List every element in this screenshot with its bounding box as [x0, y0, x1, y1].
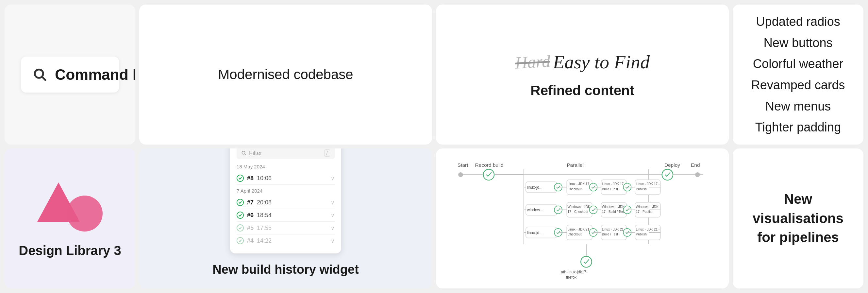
- chevron-down-icon: ∨: [331, 238, 335, 244]
- svg-text:Linux - JDK 21 -: Linux - JDK 21 -: [568, 228, 591, 231]
- feature-item-4: Revamped cards: [751, 75, 845, 96]
- svg-text:Build / Test: Build / Test: [602, 233, 618, 236]
- filter-search-icon: [241, 150, 246, 156]
- svg-text:Windows - JDK: Windows - JDK: [568, 205, 591, 209]
- chevron-down-icon: ∨: [331, 175, 335, 181]
- svg-text:ath-linux-jdk17-: ath-linux-jdk17-: [561, 270, 588, 274]
- build-row-left: #6 18:54: [237, 212, 272, 219]
- svg-text:Start: Start: [458, 162, 468, 168]
- easy-find-card: Hard Easy to Find Refined content: [436, 5, 729, 145]
- check-circle-faded: [237, 237, 244, 244]
- svg-text:End: End: [691, 162, 700, 168]
- filter-placeholder: Filter: [249, 150, 321, 157]
- svg-text:Linux - JDK 17 -: Linux - JDK 17 -: [602, 182, 626, 186]
- command-palette-label: Command Palette: [55, 66, 135, 83]
- svg-point-71: [695, 172, 700, 177]
- svg-line-1: [42, 77, 46, 81]
- svg-text:Checkout: Checkout: [568, 187, 582, 191]
- check-circle-faded: [237, 224, 244, 232]
- chevron-down-icon: ∨: [331, 200, 335, 206]
- search-icon: [33, 66, 47, 83]
- svg-text:17 - Checkout: 17 - Checkout: [568, 210, 588, 213]
- build-row-left: #4 14:22: [237, 237, 272, 244]
- visualisations-label: New visualisationsfor pipelines: [753, 191, 843, 245]
- filter-bar[interactable]: Filter /: [237, 148, 335, 159]
- modernised-card: Modernised codebase: [139, 5, 432, 145]
- chevron-down-icon: ∨: [331, 225, 335, 231]
- table-row[interactable]: #4 14:22 ∨: [237, 234, 335, 247]
- svg-point-66: [581, 256, 591, 267]
- svg-text:Linux - JDK 21 -: Linux - JDK 21 -: [602, 228, 626, 231]
- svg-point-11: [458, 172, 463, 177]
- build-number: #8: [247, 175, 254, 182]
- build-time-faded: 17:55: [257, 225, 272, 232]
- svg-point-2: [242, 151, 245, 154]
- svg-text:firefox: firefox: [566, 275, 577, 279]
- build-row-left: #8 10:06: [237, 175, 272, 182]
- svg-text:Windows - JDK: Windows - JDK: [602, 205, 625, 209]
- svg-text:Build / Test: Build / Test: [602, 187, 618, 191]
- strikethrough-text: Hard: [515, 51, 551, 72]
- svg-text:window...: window...: [526, 208, 543, 212]
- build-number: #6: [247, 212, 254, 219]
- easy-find-text: Easy to Find: [553, 51, 650, 73]
- svg-text:Windows - JDK: Windows - JDK: [636, 205, 659, 209]
- svg-text:Publish: Publish: [636, 187, 647, 191]
- feature-item-1: Updated radios: [751, 11, 845, 32]
- feature-item-2: New buttons: [751, 32, 845, 54]
- table-row[interactable]: #5 17:55 ∨: [237, 222, 335, 234]
- main-grid: Command Palette Modernised codebase Hard…: [0, 0, 868, 293]
- search-box[interactable]: Command Palette: [21, 57, 119, 92]
- svg-text:17 - Publish: 17 - Publish: [636, 210, 654, 213]
- svg-text:Record build: Record build: [475, 162, 504, 168]
- svg-point-12: [483, 169, 494, 180]
- build-history-label: New build history widget: [212, 263, 359, 277]
- svg-text:Parallel: Parallel: [567, 162, 584, 168]
- build-row-left: #7 20:08: [237, 199, 272, 206]
- chevron-down-icon: ∨: [331, 212, 335, 218]
- table-row[interactable]: #7 20:08 ∨: [237, 196, 335, 209]
- build-number-faded: #4: [247, 237, 254, 244]
- build-number-faded: #5: [247, 225, 254, 232]
- feature-item-6: Tighter padding: [751, 117, 845, 138]
- build-widget: Builds Filter /: [230, 148, 341, 254]
- svg-text:linux-jd...: linux-jd...: [527, 231, 542, 235]
- svg-text:linux-jd...: linux-jd...: [527, 185, 542, 190]
- design-library-icons: [37, 179, 103, 232]
- pipelines-card: Start Record build Parallel Deploy End: [436, 148, 729, 288]
- visualisations-card: New visualisationsfor pipelines: [733, 148, 863, 288]
- features-card: Updated radios New buttons Colorful weat…: [733, 5, 863, 145]
- build-history-card: Builds Filter /: [139, 148, 432, 288]
- svg-text:17 - Build / Test: 17 - Build / Test: [602, 210, 625, 213]
- svg-text:Publish: Publish: [636, 233, 647, 236]
- svg-text:Linux - JDK 17 -: Linux - JDK 17 -: [568, 182, 591, 186]
- handwritten-area: Hard Easy to Find: [515, 51, 650, 73]
- svg-text:Linux - JDK 21 -: Linux - JDK 21 -: [636, 228, 660, 231]
- design-library-label: Design Library 3: [19, 243, 121, 258]
- feature-item-3: Colorful weather: [751, 53, 845, 75]
- check-circle: [237, 199, 244, 206]
- modernised-title: Modernised codebase: [218, 67, 353, 82]
- build-time: 20:08: [257, 199, 272, 206]
- build-number: #7: [247, 199, 254, 206]
- command-palette-card: Command Palette: [5, 5, 135, 145]
- design-library-card: Design Library 3: [5, 148, 135, 288]
- filter-shortcut: /: [324, 149, 330, 157]
- features-list: Updated radios New buttons Colorful weat…: [751, 11, 845, 138]
- build-row-left: #5 17:55: [237, 224, 272, 232]
- svg-text:Checkout: Checkout: [568, 233, 582, 236]
- svg-line-3: [245, 154, 246, 155]
- circle-icon: [67, 196, 103, 232]
- svg-point-70: [662, 169, 673, 180]
- refined-content-label: Refined content: [530, 83, 634, 98]
- table-row[interactable]: #6 18:54 ∨: [237, 209, 335, 222]
- build-time: 10:06: [257, 175, 272, 182]
- table-row[interactable]: #8 10:06 ∨: [237, 172, 335, 185]
- svg-text:Deploy: Deploy: [664, 162, 680, 168]
- check-circle: [237, 212, 244, 219]
- date-label-1: 18 May 2024: [237, 164, 335, 169]
- svg-point-0: [35, 69, 43, 78]
- build-time-faded: 14:22: [257, 237, 272, 244]
- check-circle: [237, 175, 244, 182]
- pipeline-diagram: Start Record build Parallel Deploy End: [446, 158, 719, 279]
